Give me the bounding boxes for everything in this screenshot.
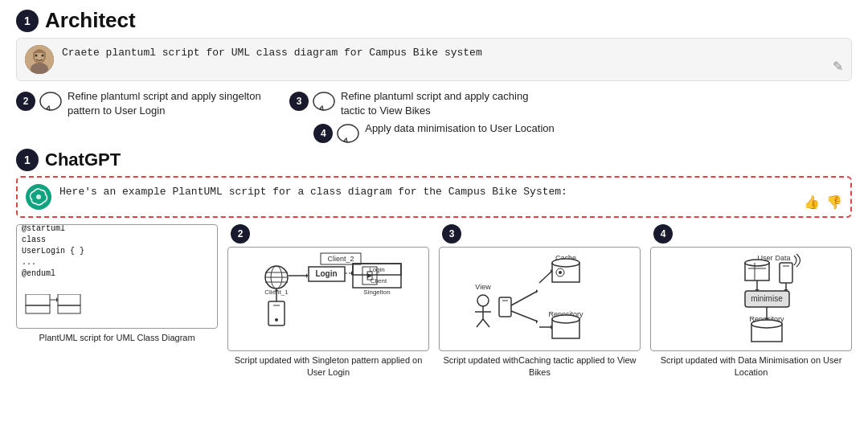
svg-point-73 <box>745 260 769 266</box>
diagram-caption-1: PlantUML script for UML Class Diagram <box>39 332 194 343</box>
svg-line-66 <box>539 271 552 283</box>
speech-bubble-3 <box>312 91 336 113</box>
svg-point-52 <box>477 295 489 306</box>
step-label-4: 4 <box>650 224 852 244</box>
svg-text:Singelton: Singelton <box>363 289 390 296</box>
svg-point-5 <box>42 55 44 57</box>
architect-title: Architect <box>45 8 136 33</box>
avatar <box>25 45 54 74</box>
diagram-box-1: @startumlclassUserLogin { }...@enduml <box>16 224 218 329</box>
svg-point-4 <box>35 55 38 57</box>
svg-rect-15 <box>58 294 80 305</box>
refine-item-3: 3 Refine plantuml script and apply cachi… <box>289 89 547 118</box>
refine-text-2: Refine plantuml script and apply singelt… <box>68 89 273 118</box>
refine-item-2: 2 Refine plantuml script and apply singe… <box>16 89 273 118</box>
svg-line-59 <box>511 291 538 305</box>
svg-point-50 <box>559 271 562 274</box>
refinement-row: 2 Refine plantuml script and apply singe… <box>16 89 852 118</box>
refine-text-4: Apply data minimisation to User Location <box>365 121 555 136</box>
svg-text:Client: Client <box>370 277 387 285</box>
svg-rect-13 <box>26 294 50 305</box>
chatgpt-title: ChatGPT <box>45 149 121 170</box>
diagram-box-2: Client_2 Client_1 Login <box>227 247 429 351</box>
svg-line-61 <box>511 311 538 321</box>
svg-marker-30 <box>306 273 308 278</box>
svg-rect-16 <box>58 305 80 313</box>
svg-point-8 <box>313 92 334 110</box>
diagram-step-badge-4: 4 <box>653 224 673 244</box>
svg-text:minimise: minimise <box>751 294 783 303</box>
refine-item-4: 4 Apply data minimisation to User Locati… <box>313 121 555 145</box>
chatgpt-step-badge: 1 <box>16 149 39 171</box>
thumb-icons: 👍 👎 <box>804 194 842 210</box>
svg-line-56 <box>483 319 489 327</box>
svg-point-6 <box>40 92 61 110</box>
step-badge-2: 2 <box>16 92 35 111</box>
singleton-diagram: Client_2 Client_1 Login <box>248 249 409 350</box>
step-badge-3: 3 <box>289 92 309 111</box>
avatar-svg <box>25 45 54 74</box>
diagram-caption-2: Script updated with Singleton pattern ap… <box>227 354 429 378</box>
diagram-1: @startumlclassUserLogin { }...@enduml Pl… <box>16 224 218 343</box>
diagram-4: 4 User Data <box>650 224 852 378</box>
svg-line-55 <box>477 319 483 327</box>
architect-message-text: Craete plantuml script for UML class dia… <box>62 45 843 61</box>
svg-text:Login: Login <box>369 266 385 273</box>
step4-row: 4 Apply data minimisation to User Locati… <box>16 121 852 145</box>
step-badge-4: 4 <box>313 124 333 143</box>
svg-point-12 <box>36 194 41 199</box>
svg-text:View: View <box>475 283 491 291</box>
architect-header: 1 Architect <box>16 8 852 33</box>
svg-point-10 <box>338 125 358 142</box>
diagram-step-badge-2: 2 <box>231 224 250 244</box>
edit-icon[interactable]: ✎ <box>833 59 843 74</box>
step-label-3: 3 <box>439 224 641 244</box>
step-badge-1: 1 <box>16 10 39 32</box>
thumb-down-icon[interactable]: 👎 <box>826 194 842 210</box>
plantuml-code: @startumlclassUserLogin { }...@enduml <box>17 224 217 329</box>
minimisation-diagram: User Data minimise <box>677 251 825 347</box>
chatgpt-section: 1 ChatGPT Here's an example PlantUML scr… <box>16 149 852 218</box>
chatgpt-icon <box>26 184 51 210</box>
diagram-box-4: User Data minimise <box>650 247 852 351</box>
diagram-caption-3: Script updated withCaching tactic applie… <box>439 354 641 378</box>
svg-point-86 <box>751 320 782 328</box>
diagrams-row: @startumlclassUserLogin { }...@enduml Pl… <box>16 224 852 378</box>
speech-bubble-2 <box>39 91 63 113</box>
svg-text:Client_2: Client_2 <box>327 255 354 263</box>
speech-bubble-4 <box>336 123 360 145</box>
svg-text:Login: Login <box>315 269 337 278</box>
svg-point-43 <box>275 318 278 321</box>
thumb-up-icon[interactable]: 👍 <box>804 194 820 210</box>
diagram-box-3: Cache View <box>439 247 641 351</box>
architect-message-box: Craete plantuml script for UML class dia… <box>16 38 852 81</box>
main-container: 1 Architect Craete plantuml script for U… <box>0 0 868 434</box>
diagram-caption-4: Script updated with Data Minimisation on… <box>650 354 852 378</box>
svg-text:Data: Data <box>775 254 790 262</box>
chatgpt-message-box: Here's an example PlantUML script for a … <box>16 176 852 218</box>
chatgpt-header: 1 ChatGPT <box>16 149 852 171</box>
diagram-2: 2 Client_2 Client_1 Login <box>227 224 429 378</box>
svg-point-65 <box>552 315 579 323</box>
diagram-3: 3 Cache View <box>439 224 641 378</box>
step-label-2: 2 <box>227 224 429 244</box>
chatgpt-message-text: Here's an example PlantUML script for a … <box>59 184 842 200</box>
svg-rect-14 <box>26 305 50 313</box>
refine-text-3: Refine plantuml script and apply caching… <box>341 89 547 118</box>
caching-diagram: Cache View <box>465 251 614 347</box>
diagram-step-badge-3: 3 <box>442 224 461 244</box>
svg-point-48 <box>552 259 579 267</box>
